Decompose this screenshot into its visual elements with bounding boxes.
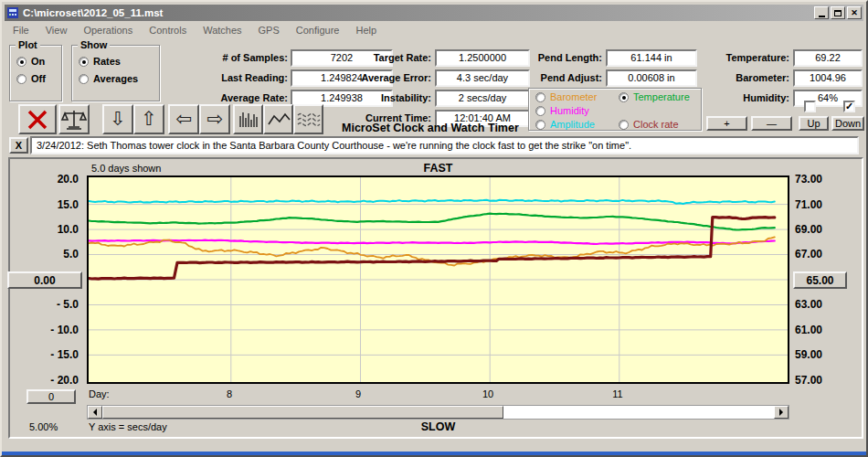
series-temperature-radio[interactable]: Temperature	[619, 91, 690, 102]
left-tick: - 15.0	[33, 348, 79, 361]
right-tick: 67.00	[795, 248, 844, 260]
day-tick-10: 10	[477, 388, 499, 399]
fast-label: FAST	[87, 162, 789, 175]
bar-graph-icon	[238, 110, 259, 130]
menu-watches[interactable]: Watches	[195, 23, 249, 37]
menu-view[interactable]: View	[37, 23, 76, 37]
minus-button[interactable]: —	[751, 116, 792, 131]
radio-icon	[535, 106, 545, 116]
menu-bar: File View Operations Controls Watches GP…	[5, 22, 863, 38]
barometer-field[interactable]: 1004.96	[793, 69, 863, 87]
smooth-lines-button[interactable]	[293, 104, 323, 134]
arrow-left-icon: ⇦	[175, 109, 192, 128]
series-clock-rate-label: Clock rate	[633, 119, 679, 130]
radio-icon	[16, 57, 26, 67]
radio-icon	[619, 92, 629, 102]
radio-icon	[535, 92, 545, 102]
close-icon: ✕	[851, 9, 858, 17]
title-bar[interactable]: C:\microset\2012_05_11.mst ✕	[5, 5, 863, 21]
env-checkbox-1[interactable]	[804, 101, 816, 112]
right-tick: 59.00	[795, 348, 844, 361]
radio-icon	[619, 120, 629, 130]
plot-on-label: On	[31, 56, 45, 67]
target-rate-label: Target Rate:	[323, 52, 431, 63]
plot-off-radio[interactable]: Off	[16, 73, 46, 84]
zero-offset-button[interactable]: 0	[26, 389, 76, 404]
rate-chart	[89, 177, 788, 382]
zigzag-line-icon	[267, 111, 291, 129]
series-humidity-label: Humidity	[550, 105, 589, 116]
humidity-label: Humidity:	[701, 92, 789, 103]
left-tick: 20.0	[33, 173, 79, 186]
scroll-right-button[interactable]: ⇨	[199, 104, 230, 134]
close-button[interactable]: ✕	[847, 6, 862, 19]
temperature-label: Temperature:	[701, 52, 789, 63]
menu-operations[interactable]: Operations	[75, 23, 141, 37]
day-tick-9: 9	[347, 388, 369, 399]
balance-button[interactable]	[58, 104, 90, 134]
down-button[interactable]: Down	[831, 116, 864, 131]
scrollbar-left-arrow[interactable]	[88, 406, 102, 419]
window-title: C:\microset\2012_05_11.mst	[23, 7, 812, 18]
plus-button[interactable]: +	[706, 116, 747, 131]
show-averages-label: Averages	[93, 73, 138, 84]
series-humidity-radio[interactable]: Humidity	[535, 105, 589, 116]
left-tick: 5.0	[33, 248, 79, 260]
arrow-up-icon: ⇧	[141, 109, 157, 128]
instability-field[interactable]: 2 secs/day	[435, 90, 530, 107]
right-axis-center-button[interactable]: 65.00	[793, 271, 847, 289]
note-field[interactable]: 3/24/2012: Seth Thomas tower clock in th…	[30, 136, 859, 154]
menu-controls[interactable]: Controls	[141, 23, 195, 37]
delete-x-icon	[26, 109, 49, 131]
bottom-edge-strip	[2, 452, 866, 455]
series-temperature-label: Temperature	[633, 91, 690, 102]
plot-groupbox-title: Plot	[16, 39, 40, 50]
left-axis-zero-button[interactable]: 0.00	[7, 271, 82, 289]
zigzag-line-button[interactable]	[263, 104, 293, 134]
series-barometer-radio[interactable]: Barometer	[535, 91, 597, 102]
show-averages-radio[interactable]: Averages	[79, 73, 138, 84]
series-clock-rate-radio[interactable]: Clock rate	[619, 119, 679, 130]
series-barometer-label: Barometer	[550, 91, 597, 102]
pend-length-field[interactable]: 61.144 in	[606, 49, 697, 67]
menu-help[interactable]: Help	[348, 23, 386, 37]
minimize-button[interactable]	[814, 6, 829, 19]
delete-button[interactable]	[18, 104, 57, 134]
app-title: MicroSet Clock and Watch Timer	[342, 122, 519, 134]
balance-scale-icon	[60, 108, 88, 132]
left-tick: - 5.0	[33, 298, 79, 311]
maximize-button[interactable]	[831, 6, 845, 19]
series-selector-groupbox: Barometer Humidity Amplitude Temperature…	[528, 88, 702, 131]
instability-label: Instability:	[323, 92, 431, 103]
right-tick: 61.00	[795, 324, 844, 336]
menu-configure[interactable]: Configure	[288, 23, 348, 37]
radio-icon	[16, 74, 26, 84]
scrollbar-thumb[interactable]	[102, 406, 503, 419]
microset-app-icon	[6, 6, 19, 19]
menu-file[interactable]: File	[5, 23, 37, 37]
radio-icon	[79, 74, 89, 84]
temperature-field[interactable]: 69.22	[793, 49, 863, 67]
note-close-button[interactable]: X	[9, 137, 28, 154]
right-tick: 57.00	[795, 374, 844, 387]
series-amplitude-radio[interactable]: Amplitude	[535, 119, 595, 130]
pend-adjust-field[interactable]: 0.00608 in	[606, 69, 697, 87]
show-rates-radio[interactable]: Rates	[79, 56, 121, 67]
menu-gps[interactable]: GPS	[250, 23, 288, 37]
bar-graph-button[interactable]	[233, 104, 263, 134]
plot-area[interactable]	[87, 175, 789, 384]
env-checkbox-2[interactable]: ✓	[843, 101, 855, 112]
show-groupbox: Show Rates Averages	[71, 45, 160, 101]
shift-down-button[interactable]: ⇩	[102, 104, 133, 134]
series-amplitude-label: Amplitude	[550, 119, 595, 130]
average-rate-label: Average Rate:	[162, 92, 288, 103]
smooth-lines-icon	[297, 111, 321, 129]
shift-up-button[interactable]: ⇧	[133, 104, 164, 134]
plot-on-radio[interactable]: On	[16, 56, 45, 67]
day-scrollbar[interactable]	[87, 405, 789, 420]
up-button[interactable]: Up	[799, 116, 829, 131]
right-tick: 73.00	[795, 173, 844, 186]
average-error-label: Average Error:	[323, 72, 431, 83]
scrollbar-right-arrow[interactable]	[774, 406, 789, 419]
scroll-left-button[interactable]: ⇦	[168, 104, 199, 134]
